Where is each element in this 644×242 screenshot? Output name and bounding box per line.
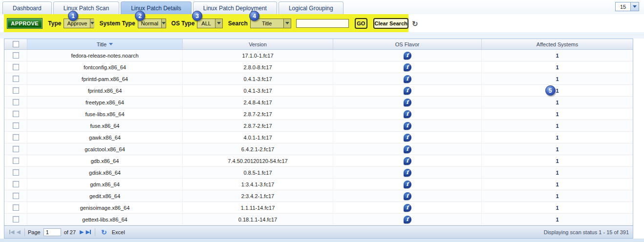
row-os-flavor: f <box>333 143 482 155</box>
page-size-value: 15 <box>616 2 630 11</box>
table-row: fuse.x86_642.8.7-2.fc17f1 <box>4 120 633 132</box>
affected-count-link[interactable]: 1 <box>556 135 558 141</box>
refresh-icon[interactable]: ↻ <box>412 20 418 27</box>
page-label: Page <box>28 229 41 235</box>
row-checkbox[interactable] <box>13 169 19 176</box>
search-label: Search <box>228 20 248 27</box>
table-row: gdm.x86_641:3.4.1-3.fc17f1 <box>4 179 633 190</box>
row-os-flavor: f <box>333 97 482 108</box>
column-header-version[interactable]: Version <box>183 39 333 49</box>
row-affected-systems: 15 <box>482 85 633 96</box>
row-checkbox[interactable] <box>13 87 19 94</box>
column-header-title[interactable]: Title <box>27 39 183 49</box>
tab-logical-grouping[interactable]: Logical Grouping <box>279 1 343 14</box>
prev-page-button[interactable]: ◀ <box>16 228 20 237</box>
row-checkbox[interactable] <box>13 146 19 152</box>
row-title: fedora-release-notes.noarch <box>27 50 183 61</box>
tab-linux-patch-scan[interactable]: Linux Patch Scan <box>53 1 119 14</box>
row-checkbox[interactable] <box>13 122 19 129</box>
page-input[interactable] <box>43 228 61 236</box>
row-checkbox[interactable] <box>13 193 19 199</box>
affected-count-link[interactable]: 1 <box>556 88 558 94</box>
row-checkbox[interactable] <box>13 52 19 59</box>
next-page-button[interactable]: ▶ <box>80 228 84 237</box>
row-version: 2.8.7-2.fc17 <box>183 120 333 131</box>
row-checkbox[interactable] <box>13 76 19 82</box>
row-affected-systems: 1 <box>482 167 633 178</box>
row-os-flavor: f <box>333 132 482 143</box>
row-checkbox-cell <box>4 73 27 84</box>
row-affected-systems: 1 <box>482 61 633 73</box>
row-version: 0.4.1-3.fc17 <box>183 85 333 96</box>
affected-count-link[interactable]: 1 <box>556 217 558 222</box>
os-type-select[interactable]: ALL <box>197 19 222 28</box>
affected-count-link[interactable]: 1 <box>556 123 558 129</box>
table-row: gawk.x86_644.0.1-1.fc17f1 <box>4 132 633 143</box>
approve-button[interactable]: APPROVE <box>7 18 43 29</box>
row-checkbox-cell <box>4 179 27 190</box>
page-size-select[interactable]: 15 <box>615 2 639 11</box>
excel-export-button[interactable]: Excel <box>112 229 125 235</box>
tab-linux-patch-details[interactable]: Linux Patch Details <box>121 1 192 14</box>
row-title: fprintd-pam.x86_64 <box>27 73 183 84</box>
system-type-label: System Type <box>99 20 135 27</box>
row-version: 17.1.0-1.fc17 <box>183 50 333 61</box>
page-count-label: of 27 <box>64 229 76 235</box>
fedora-icon: f <box>404 204 411 212</box>
row-checkbox[interactable] <box>13 181 19 187</box>
row-checkbox[interactable] <box>13 111 19 117</box>
row-title: gdb.x86_64 <box>27 155 183 166</box>
row-checkbox[interactable] <box>13 158 19 164</box>
row-os-flavor: f <box>333 167 482 178</box>
fedora-icon: f <box>404 75 411 83</box>
row-checkbox[interactable] <box>13 204 19 211</box>
row-affected-systems: 1 <box>482 132 633 143</box>
clear-search-button[interactable]: Clear Search <box>373 18 408 29</box>
search-input[interactable] <box>296 19 349 28</box>
table-row: fontconfig.x86_642.8.0-8.fc17f1 <box>4 61 633 73</box>
go-button[interactable]: GO <box>355 18 368 29</box>
affected-count-link[interactable]: 1 <box>556 205 558 211</box>
row-checkbox[interactable] <box>13 99 19 105</box>
pager-divider <box>95 228 95 236</box>
column-header-affected-systems[interactable]: Affected Systems <box>482 39 633 49</box>
select-all-checkbox[interactable] <box>13 41 19 47</box>
table-row: gedit.x86_642:3.4.2-1.fc17f1 <box>4 190 633 202</box>
affected-count-link[interactable]: 1 <box>556 158 558 164</box>
tab-dashboard[interactable]: Dashboard <box>2 1 52 14</box>
affected-count-link[interactable]: 1 <box>556 53 558 59</box>
row-title: fuse-libs.x86_64 <box>27 108 183 120</box>
row-checkbox[interactable] <box>13 134 19 141</box>
affected-count-link[interactable]: 1 <box>556 193 558 199</box>
row-os-flavor: f <box>333 214 482 225</box>
row-checkbox[interactable] <box>13 216 19 222</box>
last-page-button[interactable]: ▶ <box>86 228 91 237</box>
affected-count-link[interactable]: 1 <box>556 146 558 152</box>
fedora-icon: f <box>404 192 411 200</box>
row-checkbox-cell <box>4 143 27 155</box>
annotation-2: 2 <box>135 11 145 21</box>
affected-count-link[interactable]: 1 <box>556 76 558 82</box>
annotation-5: 5 <box>545 85 556 96</box>
first-page-button[interactable]: ◀ <box>9 228 14 237</box>
affected-count-link[interactable]: 1 <box>556 111 558 117</box>
affected-count-link[interactable]: 1 <box>556 182 558 187</box>
row-affected-systems: 1 <box>482 108 633 120</box>
row-version: 2.4.8-4.fc17 <box>183 97 333 108</box>
row-title: gettext-libs.x86_64 <box>27 214 183 225</box>
refresh-grid-icon[interactable]: ↻ <box>101 229 107 236</box>
affected-count-link[interactable]: 1 <box>556 64 558 70</box>
chevron-down-icon[interactable] <box>630 2 639 11</box>
type-select[interactable]: Approve <box>64 19 94 28</box>
column-header-os-flavor[interactable]: OS Flavor <box>333 39 482 49</box>
affected-count-link[interactable]: 1 <box>556 170 558 176</box>
row-version: 7.4.50.20120120-54.fc17 <box>183 155 333 166</box>
row-title: gedit.x86_64 <box>27 190 183 202</box>
row-version: 4.0.1-1.fc17 <box>183 132 333 143</box>
tab-linux-patch-deployment[interactable]: Linux Patch Deployment <box>193 1 277 14</box>
row-affected-systems: 1 <box>482 143 633 155</box>
row-affected-systems: 1 <box>482 202 633 213</box>
row-checkbox-cell <box>4 97 27 108</box>
affected-count-link[interactable]: 1 <box>556 100 558 105</box>
row-checkbox[interactable] <box>13 64 19 70</box>
